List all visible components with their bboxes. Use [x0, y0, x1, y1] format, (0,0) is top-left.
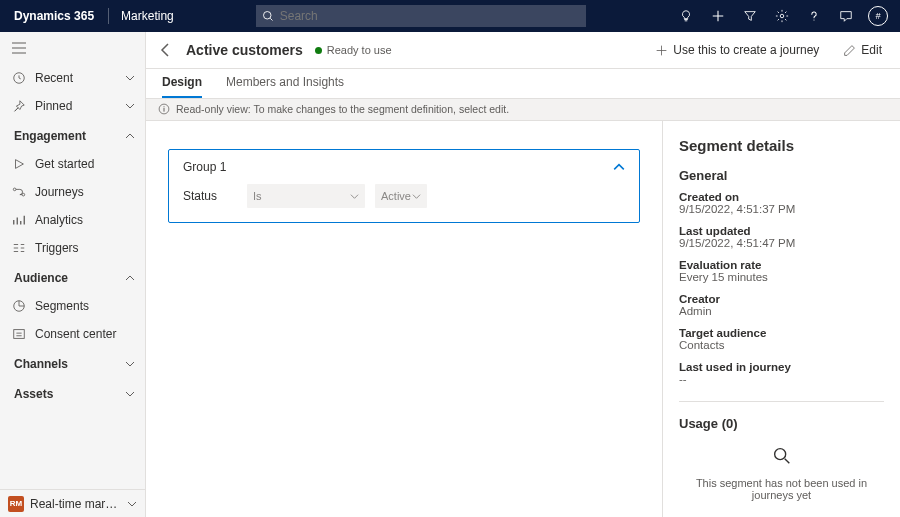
- collapse-group-button[interactable]: [613, 161, 625, 173]
- sidebar-item-label: Segments: [35, 299, 135, 313]
- search-icon: [679, 445, 884, 467]
- condition-attribute: Status: [183, 189, 237, 203]
- sidebar-item-label: Triggers: [35, 241, 135, 255]
- sidebar-section-channels[interactable]: Channels: [0, 350, 145, 378]
- svg-line-1: [270, 18, 272, 20]
- sidebar-item-analytics[interactable]: Analytics: [0, 206, 145, 234]
- area-badge: RM: [8, 496, 24, 512]
- chevron-down-icon: [125, 359, 135, 369]
- sidebar-item-recent[interactable]: Recent: [0, 64, 145, 92]
- chevron-up-icon: [125, 273, 135, 283]
- sidebar-item-label: Get started: [35, 157, 135, 171]
- sidebar-item-label: Consent center: [35, 327, 135, 341]
- sidebar-section-audience[interactable]: Audience: [0, 264, 145, 292]
- chat-icon[interactable]: [830, 0, 862, 32]
- usage-heading: Usage (0): [679, 401, 884, 431]
- operator-dropdown[interactable]: Is: [247, 184, 365, 208]
- sidebar-item-journeys[interactable]: Journeys: [0, 178, 145, 206]
- sidebar-item-label: Pinned: [35, 99, 116, 113]
- brand[interactable]: Dynamics 365: [0, 9, 108, 23]
- tabs: Design Members and Insights: [146, 69, 900, 99]
- play-icon: [12, 157, 26, 171]
- plus-icon[interactable]: [702, 0, 734, 32]
- field-evaluation-rate: Evaluation rateEvery 15 minutes: [679, 259, 884, 283]
- details-general-heading: General: [679, 168, 884, 183]
- hamburger-icon[interactable]: [0, 32, 145, 64]
- group-card: Group 1 Status Is Active: [168, 149, 640, 223]
- chevron-down-icon: [125, 389, 135, 399]
- chevron-down-icon: [125, 73, 135, 83]
- chevron-down-icon: [412, 192, 421, 201]
- info-icon: [158, 103, 170, 115]
- sidebar-item-pinned[interactable]: Pinned: [0, 92, 145, 120]
- sidebar-section-assets[interactable]: Assets: [0, 380, 145, 408]
- designer-canvas: Group 1 Status Is Active: [146, 121, 662, 517]
- infobar-text: Read-only view: To make changes to the s…: [176, 103, 509, 115]
- sidebar: Recent Pinned Engagement Get started Jou…: [0, 32, 146, 517]
- chevron-down-icon: [125, 101, 135, 111]
- triggers-icon: [12, 241, 26, 255]
- plus-icon: [655, 44, 668, 57]
- back-button[interactable]: [158, 42, 174, 58]
- search-icon: [262, 10, 274, 22]
- help-icon[interactable]: [798, 0, 830, 32]
- status-dot-icon: [315, 47, 322, 54]
- chevron-down-icon: [127, 499, 137, 509]
- filter-icon[interactable]: [734, 0, 766, 32]
- sidebar-item-label: Journeys: [35, 185, 135, 199]
- page-header: Active customers Ready to use Use this t…: [146, 32, 900, 69]
- field-creator: CreatorAdmin: [679, 293, 884, 317]
- svg-rect-7: [14, 330, 25, 339]
- field-target-audience: Target audienceContacts: [679, 327, 884, 351]
- global-search[interactable]: [256, 5, 586, 27]
- sidebar-item-segments[interactable]: Segments: [0, 292, 145, 320]
- edit-button[interactable]: Edit: [837, 43, 888, 57]
- field-created-on: Created on9/15/2022, 4:51:37 PM: [679, 191, 884, 215]
- topbar-actions: #: [670, 0, 894, 32]
- svg-point-2: [780, 14, 784, 18]
- clock-icon: [12, 71, 26, 85]
- value-dropdown[interactable]: Active: [375, 184, 427, 208]
- svg-point-9: [774, 449, 785, 460]
- pin-icon: [12, 99, 26, 113]
- app-area[interactable]: Marketing: [109, 9, 186, 23]
- tab-members[interactable]: Members and Insights: [226, 69, 344, 98]
- lightbulb-icon[interactable]: [670, 0, 702, 32]
- analytics-icon: [12, 213, 26, 227]
- profile-avatar[interactable]: #: [862, 0, 894, 32]
- consent-icon: [12, 327, 26, 341]
- svg-point-0: [263, 12, 271, 20]
- chevron-down-icon: [350, 192, 359, 201]
- chevron-up-icon: [125, 131, 135, 141]
- create-journey-button[interactable]: Use this to create a journey: [649, 43, 825, 57]
- journey-icon: [12, 185, 26, 199]
- segments-icon: [12, 299, 26, 313]
- group-label: Group 1: [183, 160, 613, 174]
- status-badge: Ready to use: [315, 44, 392, 56]
- field-last-updated: Last updated9/15/2022, 4:51:47 PM: [679, 225, 884, 249]
- area-switcher[interactable]: RM Real-time marketi...: [0, 489, 145, 517]
- field-last-used: Last used in journey--: [679, 361, 884, 385]
- topbar: Dynamics 365 Marketing #: [0, 0, 900, 32]
- area-label: Real-time marketi...: [30, 497, 121, 511]
- sidebar-section-engagement[interactable]: Engagement: [0, 122, 145, 150]
- page-title: Active customers: [186, 42, 303, 58]
- details-title: Segment details: [679, 137, 884, 154]
- usage-empty-state: This segment has not been used in journe…: [679, 445, 884, 501]
- tab-design[interactable]: Design: [162, 69, 202, 98]
- search-input[interactable]: [280, 9, 580, 23]
- condition-row: Status Is Active: [183, 184, 625, 208]
- svg-point-4: [13, 188, 16, 191]
- sidebar-item-label: Recent: [35, 71, 116, 85]
- sidebar-item-get-started[interactable]: Get started: [0, 150, 145, 178]
- sidebar-item-consent-center[interactable]: Consent center: [0, 320, 145, 348]
- sidebar-item-triggers[interactable]: Triggers: [0, 234, 145, 262]
- details-panel: Segment details General Created on9/15/2…: [662, 121, 900, 517]
- gear-icon[interactable]: [766, 0, 798, 32]
- pencil-icon: [843, 44, 856, 57]
- sidebar-item-label: Analytics: [35, 213, 135, 227]
- infobar: Read-only view: To make changes to the s…: [146, 99, 900, 121]
